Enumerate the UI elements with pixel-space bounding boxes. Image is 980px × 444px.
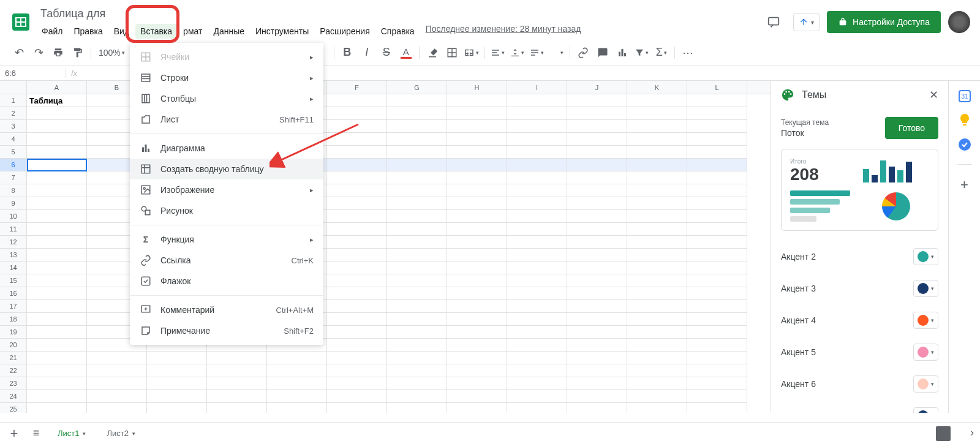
add-sheet-button[interactable]: + — [5, 424, 23, 443]
cell[interactable] — [507, 184, 567, 197]
cell[interactable] — [507, 339, 567, 352]
cell[interactable] — [627, 94, 687, 107]
name-box[interactable]: 6:6 — [0, 69, 66, 78]
cell[interactable] — [687, 377, 747, 390]
row-header[interactable]: 6 — [0, 159, 27, 171]
cell[interactable] — [687, 120, 747, 133]
cell[interactable] — [27, 313, 87, 326]
dd-drawing[interactable]: Рисунок — [130, 200, 323, 221]
cell[interactable] — [567, 326, 627, 339]
document-title[interactable]: Таблица для — [37, 6, 581, 21]
cell[interactable] — [327, 236, 387, 249]
col-header[interactable]: G — [387, 81, 447, 94]
cell[interactable] — [387, 146, 447, 159]
cell[interactable] — [687, 197, 747, 210]
rotate-button[interactable] — [548, 43, 566, 62]
row-header[interactable]: 20 — [0, 339, 27, 352]
cell[interactable] — [387, 197, 447, 210]
grid-row[interactable]: 20 — [0, 339, 771, 352]
cell[interactable] — [687, 326, 747, 339]
cell[interactable] — [447, 390, 507, 403]
cell[interactable] — [387, 300, 447, 313]
cell[interactable] — [27, 339, 87, 352]
cell[interactable] — [27, 274, 87, 287]
grid-row[interactable]: 4 — [0, 133, 771, 146]
accent-color-picker[interactable] — [913, 280, 938, 297]
cell[interactable] — [27, 326, 87, 339]
cell[interactable] — [207, 364, 267, 377]
menu-data[interactable]: Данные — [208, 24, 249, 39]
cell[interactable] — [507, 120, 567, 133]
cell[interactable] — [447, 223, 507, 236]
cell[interactable] — [327, 120, 387, 133]
cell[interactable] — [27, 120, 87, 133]
cell[interactable] — [387, 184, 447, 197]
row-header[interactable]: 5 — [0, 146, 27, 159]
dd-chart[interactable]: Диаграмма — [130, 138, 323, 159]
row-header[interactable]: 25 — [0, 403, 27, 413]
grid-row[interactable]: 2 — [0, 107, 771, 120]
grid-row[interactable]: 9 — [0, 197, 771, 210]
borders-button[interactable] — [443, 43, 461, 62]
dd-cells[interactable]: Ячейки▸ — [130, 47, 323, 67]
cell[interactable] — [687, 352, 747, 364]
cell[interactable] — [567, 236, 627, 249]
cell[interactable] — [87, 352, 147, 364]
collapse-side-icon[interactable]: › — [970, 426, 974, 439]
cell[interactable] — [327, 377, 387, 390]
cell[interactable] — [567, 262, 627, 274]
close-icon[interactable]: ✕ — [929, 88, 938, 102]
grid-row[interactable]: 24 — [0, 390, 771, 403]
dd-sheet[interactable]: ЛистShift+F11 — [130, 109, 323, 130]
cell[interactable] — [567, 133, 627, 146]
cell[interactable] — [447, 326, 507, 339]
cell[interactable] — [507, 133, 567, 146]
cell[interactable] — [627, 159, 687, 171]
cell[interactable] — [567, 210, 627, 223]
cell[interactable] — [147, 377, 207, 390]
cell[interactable] — [27, 403, 87, 413]
cell[interactable] — [507, 364, 567, 377]
cell[interactable] — [27, 352, 87, 364]
bold-button[interactable]: B — [338, 43, 356, 62]
row-header[interactable]: 3 — [0, 120, 27, 133]
cell[interactable] — [387, 210, 447, 223]
col-header[interactable]: L — [687, 81, 747, 94]
accent-color-picker[interactable] — [913, 312, 938, 329]
col-header[interactable]: F — [327, 81, 387, 94]
cell[interactable] — [27, 210, 87, 223]
menu-tools[interactable]: Инструменты — [251, 24, 314, 39]
col-header[interactable]: J — [567, 81, 627, 94]
comments-icon[interactable] — [761, 10, 786, 34]
cell[interactable] — [627, 210, 687, 223]
cell[interactable] — [27, 133, 87, 146]
cell[interactable] — [327, 159, 387, 171]
accent-color-picker[interactable] — [913, 375, 938, 393]
grid-row[interactable]: 11 — [0, 223, 771, 236]
paint-format-button[interactable] — [69, 43, 87, 62]
cell[interactable] — [27, 197, 87, 210]
cell[interactable] — [27, 159, 87, 171]
link-button[interactable] — [574, 43, 592, 62]
cell[interactable] — [687, 364, 747, 377]
cell[interactable] — [387, 236, 447, 249]
sheet-tab-1[interactable]: Лист1▾ — [49, 425, 94, 442]
dd-checkbox[interactable]: Флажок — [130, 271, 323, 292]
last-modified[interactable]: Последнее изменение: 28 минут назад — [426, 24, 581, 39]
cell[interactable] — [507, 352, 567, 364]
cell[interactable] — [27, 377, 87, 390]
cell[interactable] — [387, 326, 447, 339]
menu-insert[interactable]: Вставка — [135, 24, 177, 39]
cell[interactable] — [567, 364, 627, 377]
cell[interactable] — [687, 210, 747, 223]
more-button[interactable]: ⋯ — [679, 43, 697, 62]
dd-columns[interactable]: Столбцы▸ — [130, 88, 323, 109]
cell[interactable] — [687, 403, 747, 413]
cell[interactable] — [507, 94, 567, 107]
cell[interactable] — [447, 184, 507, 197]
cell[interactable] — [327, 339, 387, 352]
row-header[interactable]: 13 — [0, 249, 27, 262]
cell[interactable] — [627, 107, 687, 120]
tasks-icon[interactable] — [957, 137, 972, 152]
merge-button[interactable] — [462, 43, 481, 62]
